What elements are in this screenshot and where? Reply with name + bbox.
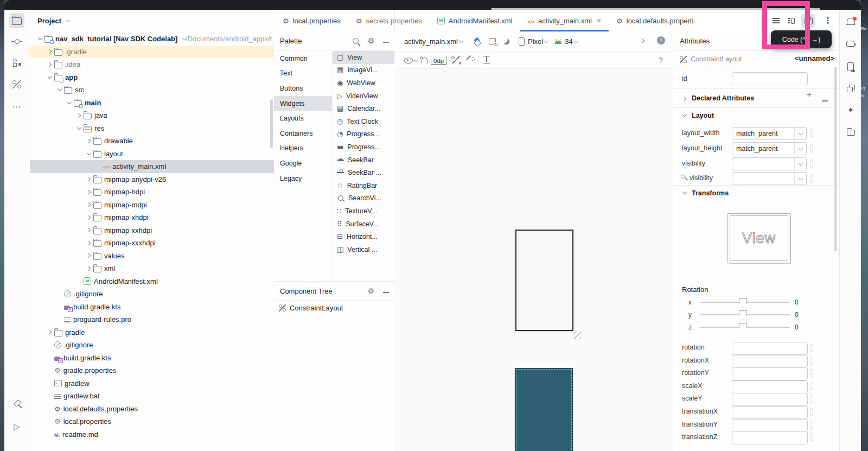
search-icon[interactable] — [353, 38, 359, 44]
chevron-right-icon[interactable] — [85, 137, 93, 145]
chevron-down-icon[interactable] — [36, 35, 44, 43]
more-options-button[interactable] — [821, 14, 835, 28]
tree-row[interactable]: mipmap-hdpi — [30, 186, 274, 199]
attribute-input-rotation[interactable] — [732, 342, 808, 355]
tree-row[interactable]: proguard-rules.pro — [30, 313, 274, 326]
project-panel-header[interactable]: Project — [30, 10, 274, 31]
chevron-right-icon[interactable] — [681, 94, 689, 103]
palette-item[interactable]: Progress... — [333, 128, 394, 141]
palette-item[interactable]: ImageVi... — [333, 64, 394, 77]
chevron-down-icon[interactable] — [46, 73, 54, 81]
tool-stripe-structure[interactable] — [9, 55, 24, 70]
palette-item[interactable]: RatingBar — [333, 179, 394, 192]
attribute-input-scaleX[interactable] — [732, 380, 808, 393]
palette-item[interactable]: Calendar... — [333, 102, 394, 115]
select-chevron[interactable] — [794, 143, 806, 155]
clear-constraints-icon[interactable] — [452, 56, 460, 63]
view-options-icon[interactable] — [404, 58, 413, 63]
chevron-down-icon[interactable] — [573, 38, 579, 45]
tree-row[interactable]: .gitignore — [30, 288, 274, 301]
chevron-right-icon[interactable] — [85, 201, 93, 209]
resize-handle[interactable] — [573, 331, 581, 339]
chevron-down-icon[interactable] — [56, 86, 64, 94]
tree-row[interactable]: AndroidManifest.xml — [30, 275, 274, 288]
tree-row[interactable]: nav_sdk_tutorial [Nav SDK Codelab]~/Docu… — [30, 33, 274, 46]
attribute-input-translationZ[interactable] — [732, 431, 808, 444]
tree-row[interactable]: gradlew.bat — [30, 390, 274, 403]
chevron-right-icon[interactable] — [46, 48, 54, 56]
chevron-right-icon[interactable] — [46, 328, 54, 336]
palette-item[interactable]: WebView — [333, 77, 394, 90]
default-margin-selector[interactable]: 0dp — [431, 56, 446, 65]
add-attribute-button[interactable] — [807, 91, 812, 99]
palette-category-legacy[interactable]: Legacy — [274, 171, 332, 186]
tool-stripe-run[interactable] — [9, 419, 24, 434]
slider-thumb[interactable] — [739, 310, 747, 320]
slider-thumb[interactable] — [739, 298, 747, 307]
chevron-right-icon[interactable] — [85, 213, 93, 221]
tree-row[interactable]: mipmap-mdpi — [30, 199, 274, 212]
tool-stripe-notifications[interactable] — [844, 14, 858, 28]
minimize-icon[interactable] — [383, 292, 389, 293]
chevron-down-icon[interactable] — [681, 189, 689, 197]
layout-section[interactable]: Layout — [681, 112, 714, 119]
palette-category-buttons[interactable]: Buttons — [274, 81, 332, 96]
chevron-right-icon[interactable] — [85, 239, 93, 247]
select-chevron[interactable] — [794, 158, 806, 170]
tree-row[interactable]: build.gradle.kts — [30, 301, 274, 314]
attribute-select-visibility[interactable] — [732, 172, 807, 185]
selected-component[interactable]: ConstraintLayout — [680, 55, 742, 63]
tree-row[interactable]: app — [30, 71, 274, 84]
palette-item[interactable]: SearchVi... — [333, 192, 394, 205]
attribute-input-translationY[interactable] — [732, 419, 808, 432]
palette-item[interactable]: Horizont... — [333, 230, 394, 243]
chevron-right-icon[interactable] — [85, 264, 93, 272]
attribute-select-layout_width[interactable]: match_parent — [732, 127, 807, 140]
palette-item[interactable]: Vertical ... — [333, 243, 394, 256]
palette-category-layouts[interactable]: Layouts — [274, 111, 332, 126]
tool-stripe-gradle[interactable] — [844, 36, 858, 50]
tree-row[interactable]: gradlew — [30, 377, 274, 390]
tool-stripe-device-manager[interactable] — [844, 60, 858, 74]
tree-row[interactable]: main — [30, 97, 274, 110]
tree-row[interactable]: mipmap-xxhdpi — [30, 224, 274, 237]
remove-attribute-button[interactable] — [822, 96, 828, 103]
chevron-right-icon[interactable] — [85, 188, 93, 196]
minimize-icon[interactable] — [383, 42, 389, 43]
tree-row[interactable]: drawable — [30, 135, 274, 148]
tool-stripe-device-explorer[interactable] — [844, 81, 858, 96]
palette-category-helpers[interactable]: Helpers — [274, 141, 332, 156]
help-icon[interactable] — [659, 55, 663, 65]
tree-row[interactable]: java — [30, 109, 274, 122]
chevron-down-icon[interactable] — [543, 38, 550, 45]
palette-item[interactable]: SeekBar ... — [333, 166, 394, 179]
tool-stripe-more[interactable] — [9, 99, 24, 114]
chevron-right-icon[interactable] — [85, 175, 93, 183]
component-tree-root[interactable]: ConstraintLayout — [274, 301, 394, 314]
palette-item[interactable]: SurfaceV... — [333, 218, 394, 231]
design-canvas[interactable] — [394, 69, 673, 451]
orientation-icon[interactable] — [489, 38, 496, 45]
tree-row[interactable]: local.defaults.properties — [30, 403, 274, 416]
layout-file-selector[interactable]: activity_main.xml — [404, 37, 458, 46]
attribute-input-rotationX[interactable] — [732, 355, 808, 368]
palette-item[interactable]: Text Clock — [333, 115, 394, 128]
palette-category-containers[interactable]: Containers — [274, 126, 332, 141]
chevron-down-icon[interactable] — [681, 111, 689, 119]
select-chevron[interactable] — [794, 173, 806, 185]
device-blueprint-surface[interactable] — [515, 368, 573, 451]
tree-row[interactable]: values — [30, 250, 274, 263]
chevron-down-icon[interactable] — [413, 57, 419, 63]
attribute-select-layout_height[interactable]: match_parent — [732, 142, 807, 155]
attribute-select-visibility[interactable] — [732, 157, 807, 170]
tree-row[interactable]: build.gradle.kts — [30, 352, 274, 365]
id-input[interactable] — [732, 72, 808, 85]
device-design-surface[interactable] — [515, 230, 573, 331]
tree-row[interactable]: .idea — [30, 58, 274, 71]
editor-tab[interactable]: local.defaults.properti — [609, 10, 701, 31]
tree-row[interactable]: mipmap-anydpi-v26 — [30, 173, 274, 186]
chevron-down-icon[interactable] — [75, 124, 84, 132]
align-distribute-icon[interactable] — [483, 56, 490, 64]
autoconnect-icon[interactable] — [422, 58, 427, 63]
chevron-right-icon[interactable] — [75, 111, 84, 119]
